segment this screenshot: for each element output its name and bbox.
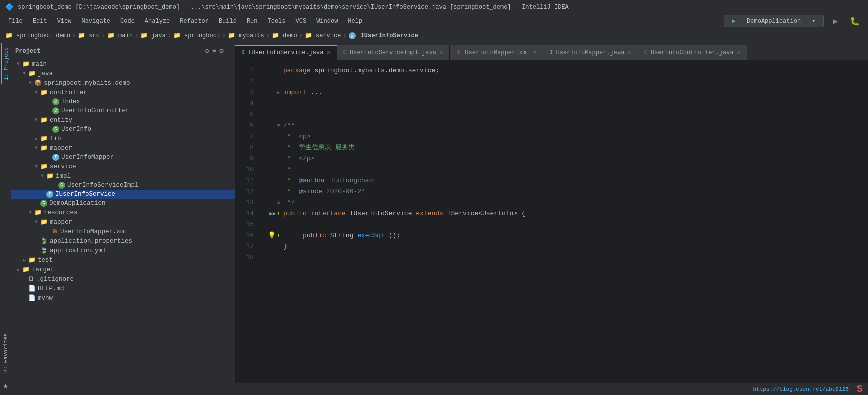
tab-close-userinfocontroller-java[interactable]: × xyxy=(737,49,741,56)
tree-label-help-md: HELP.md xyxy=(38,285,64,292)
tree-item-mvnw[interactable]: ▶ 📄 mvnw xyxy=(11,293,235,303)
run-gutter-icon-14[interactable]: ▶▶ xyxy=(269,208,276,219)
tab-userinfoimpl[interactable]: C UserInfoServiceImpl.java × xyxy=(337,45,450,60)
tab-close-userinfomapper-xml[interactable]: × xyxy=(533,49,537,56)
code-area[interactable]: package springboot.mybaits.demo.service;… xyxy=(260,60,868,383)
tree-item-demoapplication[interactable]: ▶ C DemoApplication xyxy=(11,199,235,208)
tree-item-userinfocontroller[interactable]: ▶ C UserInfoController xyxy=(11,106,235,115)
bc-src[interactable]: src xyxy=(89,32,100,39)
tree-item-app-properties[interactable]: ▶ 🍃 application.properties xyxy=(11,236,235,246)
class-icon-index: C xyxy=(52,98,59,105)
collapse-icon-3[interactable]: ▶ xyxy=(277,87,280,98)
menu-vcs[interactable]: VCS xyxy=(292,17,311,26)
interface-icon-iuserinfoservice: I xyxy=(46,191,53,198)
tab-userinfomapper-java[interactable]: I UserInfoMapper.java × xyxy=(543,45,638,60)
menu-help[interactable]: Help xyxy=(344,17,366,26)
tab-userinfocontroller-java[interactable]: C UserInfoController.java × xyxy=(638,45,747,60)
tree-item-java[interactable]: ▼ 📁 java xyxy=(11,69,235,78)
tree-item-lib[interactable]: ▶ 📁 lib xyxy=(11,134,235,143)
tree-item-impl[interactable]: ▼ 📁 impl xyxy=(11,171,235,181)
tab-userinfomapper-xml[interactable]: 🗎 UserInfoMapper.xml × xyxy=(450,45,543,60)
file-icon-mvnw: 📄 xyxy=(28,294,36,302)
tree-item-userinfomapper[interactable]: ▶ I UserInfoMapper xyxy=(11,153,235,162)
bc-demo[interactable]: demo xyxy=(283,32,297,39)
code-line-7: * <p> xyxy=(268,131,868,142)
folder-icon-main: 📁 xyxy=(22,60,30,68)
menu-run[interactable]: Run xyxy=(243,17,262,26)
vertical-tab-star[interactable]: ★ xyxy=(2,377,10,395)
tree-item-service[interactable]: ▼ 📁 service xyxy=(11,162,235,171)
interface-icon-userinfomapper: I xyxy=(52,154,59,161)
tree-item-userinfoimpl[interactable]: ▶ C UserInfoServiceImpl xyxy=(11,181,235,190)
collapse-icon-6[interactable]: ▼ xyxy=(277,120,280,131)
bc-java[interactable]: java xyxy=(151,32,166,39)
vertical-tab-project[interactable]: 1: Project xyxy=(1,43,11,84)
tree-item-mapper[interactable]: ▼ 📁 mapper xyxy=(11,143,235,153)
tree-item-target[interactable]: ▶ 📁 target xyxy=(11,265,235,274)
tree-label-userinfomapper: UserInfoMapper xyxy=(61,154,114,161)
menu-analyze[interactable]: Analyze xyxy=(141,17,174,26)
line-num-16: 16 xyxy=(235,230,254,241)
status-url[interactable]: https://blog.csdn.net/abc8125 xyxy=(753,386,849,392)
tab-close-userinfomapper-java[interactable]: × xyxy=(627,49,631,56)
menu-build[interactable]: Build xyxy=(215,17,241,26)
menu-edit[interactable]: Edit xyxy=(29,17,51,26)
menu-refactor[interactable]: Refactor xyxy=(176,17,213,26)
arrow-gutter-icon-16[interactable]: ⬇ xyxy=(277,230,280,241)
bc-project[interactable]: springboot_demo xyxy=(16,32,70,39)
tree-item-package[interactable]: ▼ 📦 springboot.mybaits.demo xyxy=(11,78,235,88)
tree-item-mapper-res[interactable]: ▼ 📁 mapper xyxy=(11,217,235,227)
tab-iuserinfoservice[interactable]: I IUserInfoService.java × xyxy=(235,45,337,60)
bc-mybaits[interactable]: mybaits xyxy=(239,32,264,39)
menu-view[interactable]: View xyxy=(53,17,76,26)
folder-icon-entity: 📁 xyxy=(40,116,48,124)
arrow-gutter-icon-14[interactable]: ⬇ xyxy=(277,208,280,219)
bulb-gutter-icon-16[interactable]: 💡 xyxy=(268,230,276,241)
line-num-10: 10 xyxy=(235,164,254,175)
tab-icon-userinfoimpl: C xyxy=(343,49,347,56)
tab-close-iuserinfoservice[interactable]: × xyxy=(326,49,330,56)
tree-item-app-yml[interactable]: ▶ 🍃 application.yml xyxy=(11,246,235,255)
tree-item-main[interactable]: ▼ 📁 main xyxy=(11,59,235,69)
tree-label-mapper: mapper xyxy=(50,145,72,152)
debug-button[interactable]: 🐛 xyxy=(846,15,864,27)
tab-close-userinfoimpl[interactable]: × xyxy=(439,49,443,56)
locate-file-icon[interactable]: ⊕ xyxy=(205,47,209,55)
menu-navigate[interactable]: Navigate xyxy=(77,17,114,26)
bc-main[interactable]: main xyxy=(118,32,133,39)
tree-item-entity[interactable]: ▼ 📁 entity xyxy=(11,115,235,125)
kw-package: package xyxy=(283,67,311,74)
code-line-4 xyxy=(268,98,868,109)
tree-item-resources[interactable]: ▼ 📁 resources xyxy=(11,208,235,217)
line-num-12: 12 xyxy=(235,186,254,197)
vertical-tab-favorites[interactable]: 2: Favorites xyxy=(1,329,10,377)
tree-item-help-md[interactable]: ▶ 📄 HELP.md xyxy=(11,284,235,293)
tree-item-test[interactable]: ▶ 📁 test xyxy=(11,255,235,265)
code-line-15 xyxy=(268,219,868,230)
menu-tools[interactable]: Tools xyxy=(264,17,290,26)
tree-item-controller[interactable]: ▼ 📁 controller xyxy=(11,88,235,97)
bc-springboot[interactable]: springboot xyxy=(184,32,220,39)
line-num-17: 17 xyxy=(235,241,254,252)
settings-icon[interactable]: ⚙ xyxy=(219,47,223,55)
code-line-2 xyxy=(268,76,868,87)
tree-item-iuserinfoservice[interactable]: ▶ I IUserInfoService xyxy=(11,190,235,199)
tree-item-userinfomapper-xml[interactable]: ▶ 🗎 UserInfoMapper.xml xyxy=(11,227,235,236)
tree-item-userinfo[interactable]: ▶ C UserInfo xyxy=(11,125,235,134)
bc-service[interactable]: service xyxy=(316,32,341,39)
collapse-all-icon[interactable]: ≡ xyxy=(212,47,216,55)
code-line-5 xyxy=(268,109,868,120)
run-config[interactable]: ▶ DemoApplication ▾ xyxy=(724,15,824,27)
close-panel-icon[interactable]: — xyxy=(227,47,231,55)
code-line-6: ▼ /** xyxy=(268,120,868,131)
tree-label-lib: lib xyxy=(50,135,61,142)
collapse-end-icon-13[interactable]: ▲ xyxy=(277,197,280,208)
tree-arrow-target: ▶ xyxy=(15,267,21,273)
menu-window[interactable]: Window xyxy=(312,17,342,26)
tree-item-index[interactable]: ▶ C Index xyxy=(11,97,235,106)
run-button[interactable]: ▶ xyxy=(829,15,842,27)
tree-item-gitignore[interactable]: ▶ 🗒 .gitignore xyxy=(11,274,235,284)
bc-iuserinfoservice[interactable]: IUserInfoService xyxy=(361,32,418,39)
menu-file[interactable]: File xyxy=(4,17,27,26)
menu-code[interactable]: Code xyxy=(116,17,139,26)
